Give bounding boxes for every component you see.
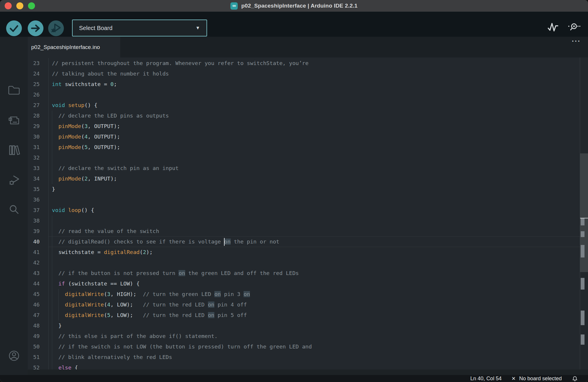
occurrence-marker xyxy=(581,278,584,290)
occurrence-marker xyxy=(581,231,584,237)
cursor-position-marker xyxy=(580,218,588,218)
code-row: 35} xyxy=(28,184,588,194)
tabbar: p02_SpaceshipInterface.ino ••• xyxy=(28,37,588,57)
code-line[interactable]: // if the switch is not LOW (the button … xyxy=(49,341,588,352)
code-line[interactable]: // persistent throughout the program. Wh… xyxy=(49,58,588,69)
line-number: 26 xyxy=(28,90,49,100)
code-row: 24// talking about the number it holds xyxy=(28,69,588,79)
code-line[interactable] xyxy=(49,153,588,163)
line-number: 34 xyxy=(28,174,49,184)
indent-guide xyxy=(52,341,52,352)
chevron-down-icon: ▼ xyxy=(195,25,200,31)
close-button[interactable] xyxy=(5,2,12,9)
cursor-position: Ln 40, Col 54 xyxy=(470,376,502,382)
code-line[interactable]: digitalWrite(5, LOW); // turn the red LE… xyxy=(49,310,588,320)
code-line[interactable]: else { xyxy=(49,362,588,369)
code-row: 49 // this else is part of the above if(… xyxy=(28,331,588,341)
tab-overflow-menu-icon[interactable]: ••• xyxy=(572,38,581,43)
sidebar-item-boards-manager[interactable] xyxy=(0,112,28,129)
code-row: 42 xyxy=(28,257,588,268)
code-editor[interactable]: 23// persistent throughout the program. … xyxy=(28,57,588,369)
code-line[interactable]: } xyxy=(49,184,588,194)
code-line[interactable] xyxy=(49,215,588,226)
line-number: 39 xyxy=(28,226,49,236)
code-row: 43 // if the button is not pressed turn … xyxy=(28,268,588,278)
code-row: 46 digitalWrite(4, LOW); // turn the red… xyxy=(28,299,588,310)
code-row: 40 // digitalRead() checks to see if the… xyxy=(28,236,588,247)
serial-plotter-button[interactable] xyxy=(547,20,559,33)
code-line[interactable]: digitalWrite(3, HIGH); // turn the green… xyxy=(49,289,588,299)
code-line[interactable]: digitalWrite(4, LOW); // turn the red LE… xyxy=(49,299,588,310)
code-row: 29 pinMode(3, OUTPUT); xyxy=(28,121,588,132)
line-number: 51 xyxy=(28,352,49,362)
code-line[interactable] xyxy=(49,194,588,205)
code-row: 41 switchstate = digitalRead(2); xyxy=(28,247,588,257)
indent-guide xyxy=(52,132,52,142)
code-line[interactable] xyxy=(49,257,588,268)
code-line[interactable]: pinMode(2, INPUT); xyxy=(49,174,588,184)
code-line[interactable]: // blink alternatively the red LEDs xyxy=(49,352,588,362)
code-row: 47 digitalWrite(5, LOW); // turn the red… xyxy=(28,310,588,320)
line-number: 46 xyxy=(28,299,49,310)
board-status-text: No board selected xyxy=(519,376,562,382)
indent-guide xyxy=(52,174,52,184)
board-selector-dropdown[interactable]: Select Board ▼ xyxy=(72,20,207,36)
board-selector-label: Select Board xyxy=(79,25,195,31)
indent-guide xyxy=(52,247,52,257)
sidebar-item-account[interactable] xyxy=(0,347,28,365)
code-row: 45 digitalWrite(3, HIGH); // turn the gr… xyxy=(28,289,588,299)
zoom-button[interactable] xyxy=(28,2,35,9)
code-line[interactable]: // this else is part of the above if() s… xyxy=(49,331,588,341)
code-line[interactable]: // read the value of the switch xyxy=(49,226,588,236)
occurrence-marker xyxy=(581,334,584,345)
horizontal-scrollbar-track[interactable] xyxy=(28,369,588,375)
code-lines: 23// persistent throughout the program. … xyxy=(28,58,588,369)
code-row: 52 else { xyxy=(28,362,588,369)
line-number: 25 xyxy=(28,79,49,90)
line-number: 28 xyxy=(28,111,49,121)
code-line[interactable]: void setup() { xyxy=(49,100,588,111)
code-line[interactable]: // declare the switch pin as an input xyxy=(49,163,588,174)
code-line[interactable]: // declare the LED pins as outputs xyxy=(49,111,588,121)
serial-monitor-button[interactable] xyxy=(568,20,580,33)
code-row: 30 pinMode(4, OUTPUT); xyxy=(28,132,588,142)
minimize-button[interactable] xyxy=(16,2,23,9)
indent-guide xyxy=(52,299,52,310)
code-line[interactable]: // digitalRead() checks to see if there … xyxy=(49,236,588,247)
sidebar-item-sketchbook[interactable] xyxy=(0,81,28,99)
code-line[interactable]: } xyxy=(49,320,588,331)
code-line[interactable]: void loop() { xyxy=(49,205,588,215)
line-number: 32 xyxy=(28,153,49,163)
verify-button[interactable] xyxy=(6,20,22,36)
sidebar-item-search[interactable] xyxy=(0,201,28,218)
indent-guide xyxy=(52,352,52,362)
code-line[interactable]: pinMode(4, OUTPUT); xyxy=(49,132,588,142)
code-line[interactable]: if (switchstate == LOW) { xyxy=(49,278,588,289)
code-line[interactable]: int switchstate = 0; xyxy=(49,79,588,90)
sidebar-item-library-manager[interactable] xyxy=(0,141,28,159)
code-line[interactable]: switchstate = digitalRead(2); xyxy=(49,247,588,257)
sidebar-item-debug[interactable] xyxy=(0,171,28,189)
upload-button[interactable] xyxy=(28,20,43,36)
line-number: 33 xyxy=(28,163,49,174)
indent-guide xyxy=(52,111,52,121)
debug-play-bug-icon xyxy=(48,20,64,36)
line-number: 44 xyxy=(28,278,49,289)
debug-button[interactable] xyxy=(48,20,64,36)
code-row: 28 // declare the LED pins as outputs xyxy=(28,111,588,121)
indent-guide xyxy=(52,215,52,226)
board-status: ✕ No board selected xyxy=(512,376,562,382)
code-line[interactable]: // if the button is not pressed turn on … xyxy=(49,268,588,278)
code-line[interactable] xyxy=(49,90,588,100)
line-number: 41 xyxy=(28,247,49,257)
code-line[interactable]: // talking about the number it holds xyxy=(49,69,588,79)
line-number: 29 xyxy=(28,121,49,132)
notifications-button[interactable] xyxy=(572,375,578,382)
line-number: 43 xyxy=(28,268,49,278)
text-cursor xyxy=(224,238,225,246)
overview-ruler-scrollbar[interactable] xyxy=(580,57,588,369)
tab-p02-spaceshipinterface[interactable]: p02_SpaceshipInterface.ino xyxy=(28,37,120,57)
code-line[interactable]: pinMode(5, OUTPUT); xyxy=(49,142,588,153)
occurrence-marker xyxy=(581,218,584,225)
code-line[interactable]: pinMode(3, OUTPUT); xyxy=(49,121,588,132)
